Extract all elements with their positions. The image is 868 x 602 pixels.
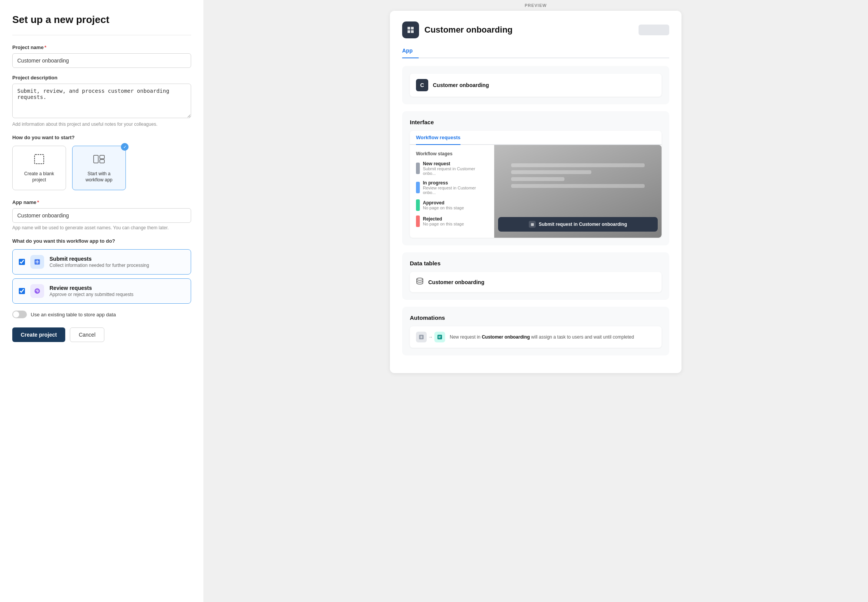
interface-tab-workflow[interactable]: Workflow requests <box>416 131 460 145</box>
preview-tabs: App <box>402 48 669 58</box>
stages-container: New request Submit request in Customer o… <box>416 161 488 227</box>
project-name-label: Project name* <box>12 44 191 50</box>
app-name-helper: App name will be used to generate asset … <box>12 225 191 230</box>
blank-option-label: Create a blank project <box>19 171 59 183</box>
review-requests-item[interactable]: Review requests Approve or reject any su… <box>12 278 191 304</box>
submit-requests-text: Submit requests Collect information need… <box>50 256 149 268</box>
selected-check-icon: ✓ <box>121 143 129 151</box>
workflow-question-label: What do you want this workflow app to do… <box>12 238 191 244</box>
app-avatar: C <box>416 79 428 91</box>
divider <box>12 35 191 35</box>
fake-lines <box>511 163 645 191</box>
review-requests-checkbox[interactable] <box>19 288 25 294</box>
interface-section-title: Interface <box>410 119 662 125</box>
start-option-blank[interactable]: Create a blank project <box>12 146 66 190</box>
svg-rect-3 <box>100 160 104 163</box>
app-name-input[interactable] <box>12 208 191 223</box>
automation-text-part2: will assign a task to users and wait unt… <box>531 334 634 340</box>
interface-tabs: Workflow requests <box>410 131 662 145</box>
preview-label: PREVIEW <box>525 0 547 11</box>
stage-name: In progress <box>423 180 488 186</box>
project-description-label: Project description <box>12 75 191 81</box>
toggle-row: Use an existing table to store app data <box>12 311 191 318</box>
stage-item: Rejected No page on this stage <box>416 215 488 227</box>
data-table-name: Customer onboarding <box>428 279 484 285</box>
db-icon <box>416 277 424 287</box>
submit-requests-title: Submit requests <box>50 256 149 262</box>
submit-requests-item[interactable]: Submit requests Collect information need… <box>12 249 191 275</box>
arrow-icon: → <box>428 334 433 340</box>
review-requests-desc: Approve or reject any submitted requests <box>50 292 134 297</box>
interface-inner: Workflow requests Workflow stages New re… <box>410 131 662 238</box>
stage-name: Rejected <box>423 216 464 222</box>
stage-dot <box>416 199 420 211</box>
right-panel: PREVIEW Customer onboarding App C Custom… <box>203 0 868 602</box>
automation-row: → New request in Customer onboarding wil… <box>410 326 662 348</box>
automation-text-part1: New request in <box>450 334 480 340</box>
data-table-row: Customer onboarding <box>410 272 662 292</box>
app-name-section: C Customer onboarding <box>402 66 669 104</box>
preview-app-title: Customer onboarding <box>424 25 513 35</box>
svg-rect-0 <box>35 155 44 164</box>
workflow-stages-col: Workflow stages New request Submit reque… <box>410 145 494 238</box>
preview-app-icon <box>402 21 419 38</box>
preview-card: Customer onboarding App C Customer onboa… <box>390 11 682 373</box>
svg-point-6 <box>37 291 38 292</box>
automations-section: Automations → <box>402 307 669 355</box>
automation-action-icon <box>434 332 445 342</box>
stage-dot <box>416 182 420 193</box>
submit-badge: ⊞ Submit request in Customer onboarding <box>498 217 658 232</box>
review-requests-text: Review requests Approve or reject any su… <box>50 285 134 297</box>
fake-line-1 <box>511 163 645 167</box>
automation-trigger-icon <box>416 332 427 342</box>
how-to-start-label: How do you want to start? <box>12 135 191 140</box>
tab-app[interactable]: App <box>402 48 419 58</box>
submit-badge-text: Submit request in Customer onboarding <box>539 222 627 227</box>
stage-name: New request <box>423 161 488 166</box>
fake-line-4 <box>511 184 645 188</box>
start-options: Create a blank project ✓ Start with a wo… <box>12 146 191 190</box>
preview-header-actions <box>639 25 669 35</box>
existing-table-toggle[interactable] <box>12 311 27 318</box>
workflow-stages-title: Workflow stages <box>416 151 488 156</box>
review-requests-icon <box>30 284 44 298</box>
stage-info: New request Submit request in Customer o… <box>423 161 488 176</box>
start-option-workflow[interactable]: ✓ Start with a workflow app <box>72 146 126 190</box>
stage-desc: No page on this stage <box>423 222 464 226</box>
interface-section: Interface Workflow requests Workflow sta… <box>402 111 669 245</box>
automations-title: Automations <box>410 314 662 321</box>
app-name-label: App name* <box>12 199 191 205</box>
workflow-option-label: Start with a workflow app <box>79 171 119 183</box>
stage-info: Approved No page on this stage <box>423 200 464 210</box>
stage-name: Approved <box>423 200 464 206</box>
fake-line-2 <box>511 170 591 174</box>
workflow-app-icon <box>79 153 119 168</box>
data-tables-section: Data tables Customer onboarding <box>402 252 669 300</box>
stage-dot <box>416 215 420 227</box>
app-name-row: C Customer onboarding <box>410 74 662 97</box>
project-name-input[interactable] <box>12 53 191 68</box>
preview-screenshot: ⊞ Submit request in Customer onboarding <box>494 145 662 238</box>
project-description-helper: Add information about this project and u… <box>12 122 191 127</box>
app-avatar-label: Customer onboarding <box>433 82 489 88</box>
stage-item: Approved No page on this stage <box>416 199 488 211</box>
submit-requests-checkbox[interactable] <box>19 259 25 265</box>
cancel-button[interactable]: Cancel <box>70 327 104 342</box>
preview-header: Customer onboarding <box>402 21 669 38</box>
automation-icons: → <box>416 332 445 342</box>
project-description-input[interactable]: Submit, review, and process customer onb… <box>12 84 191 118</box>
data-tables-title: Data tables <box>410 260 662 266</box>
automation-text: New request in Customer onboarding will … <box>450 334 634 340</box>
page-title: Set up a new project <box>12 14 191 26</box>
svg-rect-1 <box>94 155 98 163</box>
submit-badge-icon: ⊞ <box>529 221 536 228</box>
submit-requests-icon <box>30 255 44 269</box>
create-project-button[interactable]: Create project <box>12 327 65 342</box>
blank-project-icon <box>19 153 59 168</box>
automation-app-name: Customer onboarding <box>482 334 530 340</box>
stage-desc: Submit request in Customer onbo... <box>423 166 488 176</box>
stage-dot <box>416 163 420 174</box>
toggle-label: Use an existing table to store app data <box>31 312 116 317</box>
submit-requests-desc: Collect information needed for further p… <box>50 263 149 268</box>
stage-item: New request Submit request in Customer o… <box>416 161 488 176</box>
